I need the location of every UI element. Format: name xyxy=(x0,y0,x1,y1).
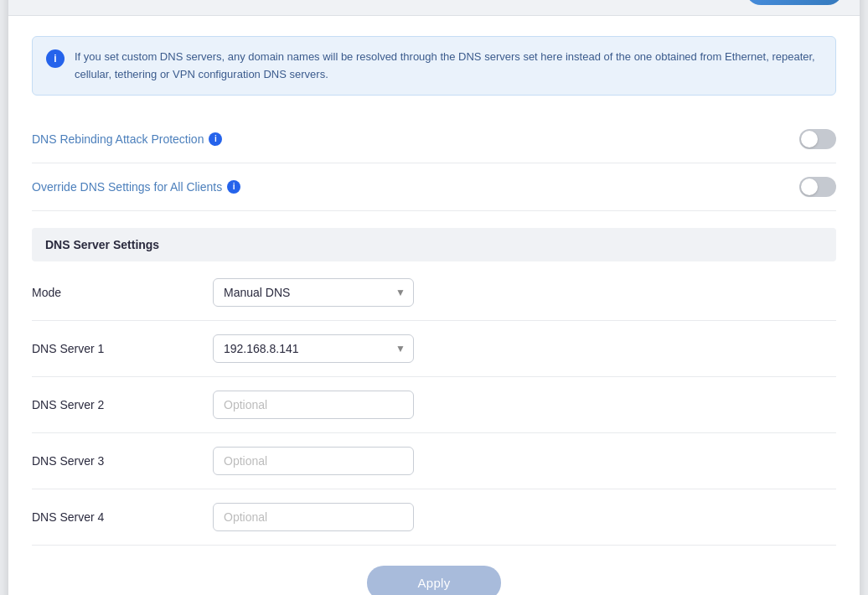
dns-server-1-label: DNS Server 1 xyxy=(32,342,199,355)
dns-server-4-row: DNS Server 4 xyxy=(32,489,836,546)
dns-server-3-input[interactable] xyxy=(213,447,414,475)
dns-server-1-select[interactable]: 192.168.8.141 xyxy=(213,334,414,363)
dns-server-2-row: DNS Server 2 xyxy=(32,377,836,433)
dns-server-3-row: DNS Server 3 xyxy=(32,433,836,489)
dns-server-4-control xyxy=(213,503,414,531)
dns-server-2-input[interactable] xyxy=(213,391,414,419)
header: DNS Edit Hosts xyxy=(8,0,860,16)
mode-row: Mode Automatic DNS Manual DNS DNS over T… xyxy=(32,265,836,321)
dns-server-1-control: 192.168.8.141 ▼ xyxy=(213,334,414,363)
dns-rebinding-row: DNS Rebinding Attack Protection i xyxy=(32,116,836,163)
content-area: i If you set custom DNS servers, any dom… xyxy=(8,16,860,595)
mode-select-wrapper: Automatic DNS Manual DNS DNS over TLS ▼ xyxy=(213,278,414,307)
mode-select[interactable]: Automatic DNS Manual DNS DNS over TLS xyxy=(213,278,414,307)
dns-server-3-control xyxy=(213,447,414,475)
dns-rebinding-label: DNS Rebinding Attack Protection i xyxy=(32,132,222,146)
dns-server-3-label: DNS Server 3 xyxy=(32,454,199,468)
mode-control: Automatic DNS Manual DNS DNS over TLS ▼ xyxy=(213,278,414,307)
info-text: If you set custom DNS servers, any domai… xyxy=(75,49,822,82)
apply-button[interactable]: Apply xyxy=(367,566,500,595)
dns-rebinding-toggle[interactable] xyxy=(799,129,836,149)
page-title: DNS xyxy=(25,0,64,1)
override-dns-toggle[interactable] xyxy=(799,177,836,197)
dns-server-1-select-wrapper: 192.168.8.141 ▼ xyxy=(213,334,414,363)
dns-server-4-label: DNS Server 4 xyxy=(32,510,199,524)
mode-label: Mode xyxy=(32,286,199,299)
dns-server-2-control xyxy=(213,391,414,419)
dns-server-2-label: DNS Server 2 xyxy=(32,398,199,411)
dns-server-settings-header: DNS Server Settings xyxy=(32,228,836,261)
override-dns-info-icon[interactable]: i xyxy=(227,180,240,194)
edit-hosts-button[interactable]: Edit Hosts xyxy=(746,0,843,5)
dns-rebinding-info-icon[interactable]: i xyxy=(209,132,222,146)
apply-btn-wrapper: Apply xyxy=(32,546,836,595)
dns-server-1-row: DNS Server 1 192.168.8.141 ▼ xyxy=(32,321,836,377)
dns-server-4-input[interactable] xyxy=(213,503,414,531)
info-box: i If you set custom DNS servers, any dom… xyxy=(32,36,836,95)
override-dns-row: Override DNS Settings for All Clients i xyxy=(32,163,836,211)
main-window: DNS Edit Hosts i If you set custom DNS s… xyxy=(8,0,860,595)
info-icon: i xyxy=(46,49,65,68)
override-dns-label: Override DNS Settings for All Clients i xyxy=(32,180,240,194)
